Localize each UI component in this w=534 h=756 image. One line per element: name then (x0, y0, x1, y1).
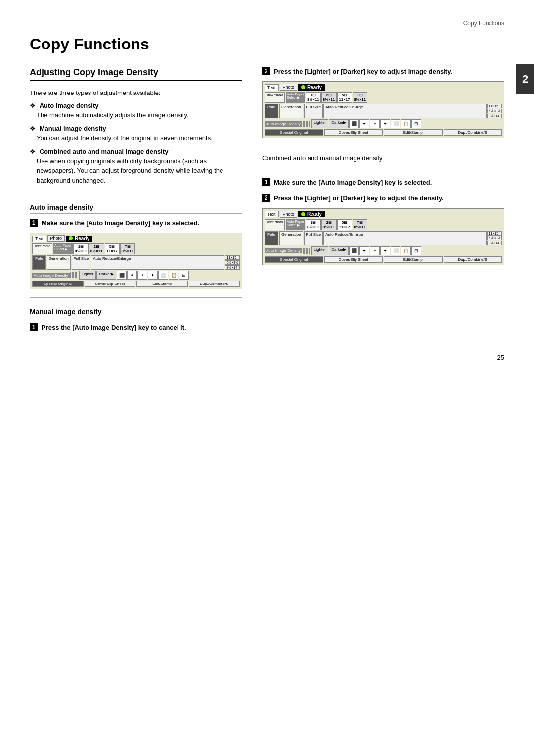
lcd-size-4: T⊟8½×11 (120, 243, 135, 254)
lcd-tab-text-2: Text (265, 84, 279, 91)
diamond-icon: ❖ (30, 102, 36, 109)
combined-step1: 1 Make sure the [Auto Image Density] key… (262, 178, 504, 187)
lcd-dup-combine-3: Dup./Combine/S (444, 256, 502, 263)
dens-box-5c (309, 248, 310, 254)
lcd-tab-text: Text (32, 236, 46, 242)
dens-box-4c (307, 248, 308, 254)
lcd-density-boxes-3 (303, 248, 310, 254)
dens-box-3 (73, 272, 74, 278)
lcd-size-8x14-3: 8½×14 (487, 241, 502, 245)
lcd-size-2c: 2⊟8½×11 (321, 219, 337, 230)
lcd-cover-slip-3: Cover/Slip Sheet (324, 256, 383, 263)
manual-section-label: Manual image density (30, 308, 242, 318)
lcd-special-original-2: Special Original (265, 129, 323, 136)
combined-step2-text: Press the [Lighter] or [Darker] key to a… (274, 194, 444, 203)
lcd-text-photo-2: Text/Photo (265, 92, 285, 103)
divider-1 (30, 193, 242, 193)
lcd-full-size-2: Full Size (304, 104, 323, 118)
lcd-full-size: Full Size (72, 255, 91, 270)
lcd-darker-btn[interactable]: Darker▶ (96, 271, 116, 280)
lcd-size-4b: T⊟8½×11 (353, 92, 368, 103)
lcd-lighter-btn-3[interactable]: Lighter (312, 246, 328, 255)
lcd-dup-combine: Dup./Combine/S (189, 281, 240, 287)
section-heading: Adjusting Copy Image Density (30, 67, 242, 81)
lcd-sizes-right-2: 11×15 5½×8½ 8½×14 (487, 104, 502, 118)
bullet-auto: ❖ Auto image density The machine automat… (30, 102, 242, 120)
lcd-edit-stamp-2: Edit/Stamp (384, 129, 443, 136)
dens-box-4 (75, 272, 76, 278)
combined-step-num-1: 1 (262, 178, 270, 186)
dens-box-1 (70, 272, 71, 278)
bullet-combined: ❖ Combined auto and manual image density… (30, 148, 242, 186)
lcd-size-11x15-2: 11×15 (487, 104, 502, 108)
lcd-icon-6: 📋 (169, 271, 178, 280)
lcd-text-photo: Text/Photo (32, 243, 52, 254)
lcd-icon-2: ✦ (127, 271, 137, 280)
auto-section-label: Auto image density (30, 203, 242, 214)
lcd-tab-text-3: Text (265, 211, 279, 217)
lcd-lighter-btn-2[interactable]: Lighter (312, 119, 328, 128)
lcd-edit-stamp-3: Edit/Stamp (384, 256, 443, 263)
lcd-tab-photo-2: Photo (280, 84, 298, 91)
lcd-generation-3: Generation (279, 231, 303, 245)
right-step-number-2a: 2 (262, 67, 270, 75)
lcd-tab-photo-3: Photo (280, 211, 298, 218)
dens-box-1c (303, 248, 304, 254)
lcd-icon-7c: ⊟ (411, 246, 421, 255)
lcd-pale-3: Pale (265, 231, 278, 245)
lcd-size-1c: 1⊟8½×11 (306, 219, 321, 230)
lcd-ready-indicator: Ready (66, 236, 92, 242)
combined-step-num-2: 2 (262, 194, 270, 202)
page-number-value: 25 (497, 354, 504, 361)
lcd-icon-1c: ⬛ (349, 246, 359, 255)
ready-text-3: Ready (307, 211, 322, 217)
lcd-ready-indicator-3: Ready (298, 211, 325, 217)
lcd-size-8x14-2: 8½×14 (487, 114, 502, 118)
lcd-lighter-btn[interactable]: Lighter (79, 271, 96, 280)
lcd-size-1b: 1⊟8½×11 (306, 92, 321, 103)
ready-circle-icon-3 (301, 212, 305, 216)
lcd-auto-reduce-3: Auto Reduce/Enlarge (323, 231, 487, 245)
lcd-darker-btn-2[interactable]: Darker▶ (329, 119, 349, 128)
lcd-size-5x8: 5½×8½ (225, 260, 240, 265)
dens-box-2b (304, 121, 305, 127)
right-column: 2 Press the [Lighter] or [Darker] key to… (262, 67, 504, 339)
right-step2-line: 2 Press the [Lighter] or [Darker] key to… (262, 67, 504, 76)
lcd-size-3c: 5⊟11×17 (337, 219, 352, 230)
lcd-size-2: 2⊟8½×11 (89, 243, 104, 254)
lcd-pale-2: Pale (265, 104, 278, 118)
ready-circle-icon-2 (301, 85, 305, 89)
lcd-auto-img-density-label-3: Auto Image Density (265, 248, 302, 253)
dens-box-1b (303, 121, 304, 127)
lcd-icon-4b: ✦ (380, 119, 390, 128)
dens-box-2c (304, 248, 305, 254)
manual-step1-line: 1 Press the [Auto Image Density] key to … (30, 323, 242, 332)
lcd-size-3: 5⊟11×17 (105, 243, 120, 254)
lcd-icon-6c: 📋 (401, 246, 411, 255)
dens-box-3b (306, 121, 307, 127)
lcd-icon-3b: + (370, 119, 380, 128)
bullet-combined-body: Use when copying originals with dirty ba… (37, 156, 242, 186)
lcd-density-boxes (70, 272, 77, 278)
bullet-auto-body: The machine automatically adjusts the im… (37, 110, 242, 120)
lcd-generation: Generation (47, 255, 71, 270)
lcd-icon-4: ✦ (148, 271, 158, 280)
manual-step-number-1: 1 (30, 323, 38, 331)
lcd-size-11x15-3: 11×15 (487, 231, 502, 236)
lcd-darker-btn-3[interactable]: Darker▶ (329, 246, 349, 255)
combined-step2: 2 Press the [Lighter] or [Darker] key to… (262, 194, 504, 265)
dens-box-4b (307, 121, 308, 127)
lcd-generation-2: Generation (279, 104, 303, 118)
lcd-auto-paper-3: Auto PaperSelect ▶ (286, 219, 305, 230)
lcd-icon-5c: ⬜ (391, 246, 400, 255)
manual-step1-text: Press the [Auto Image Density] key to ca… (42, 323, 186, 332)
lcd-auto-img-density-label: Auto Image Density (32, 273, 70, 278)
dens-box-5b (309, 121, 310, 127)
combined-step1-text: Make sure the [Auto Image Density] key i… (274, 178, 432, 187)
lcd-cover-slip-2: Cover/Slip Sheet (324, 129, 383, 136)
chapter-number: 2 (522, 73, 528, 86)
ready-text: Ready (75, 236, 89, 241)
lcd-size-4c: T⊟8½×11 (353, 219, 368, 230)
bullet-manual: ❖ Manual image density You can adjust th… (30, 125, 242, 143)
lcd-auto-paper: Auto PaperSelect ▶ (53, 243, 73, 254)
